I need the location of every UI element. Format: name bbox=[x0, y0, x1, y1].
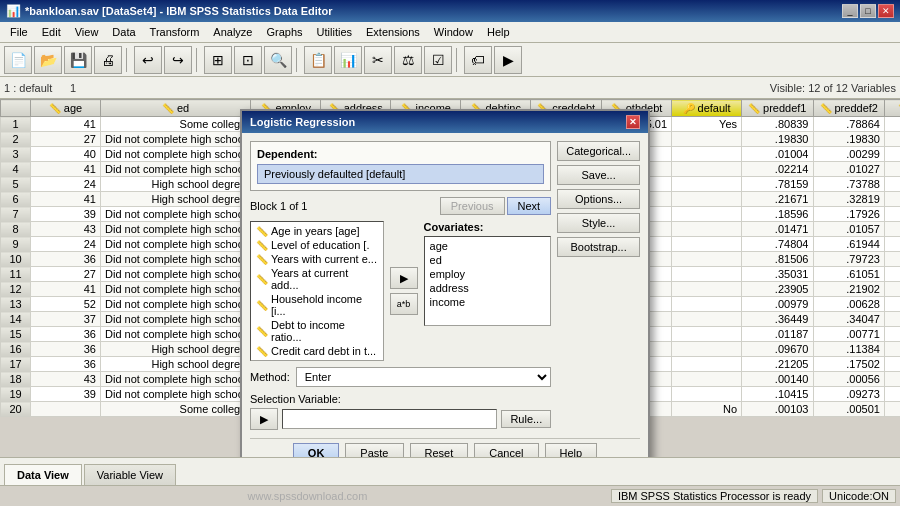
cell-age[interactable]: 36 bbox=[31, 327, 101, 342]
cell-preddef2[interactable]: .79723 bbox=[813, 252, 884, 267]
goto-case-button[interactable]: ⊞ bbox=[204, 46, 232, 74]
cell-default[interactable] bbox=[672, 372, 742, 387]
menu-utilities[interactable]: Utilities bbox=[311, 24, 358, 40]
col-header-default[interactable]: 🔑 default bbox=[672, 100, 742, 117]
cell-predc[interactable] bbox=[884, 147, 900, 162]
cell-predc[interactable] bbox=[884, 252, 900, 267]
cell-ed[interactable]: Did not complete high school bbox=[101, 267, 251, 282]
cell-preddef1[interactable]: .18596 bbox=[742, 207, 813, 222]
covariate-list-item[interactable]: employ bbox=[427, 267, 549, 281]
cell-predc[interactable] bbox=[884, 387, 900, 402]
split-file-button[interactable]: ✂ bbox=[364, 46, 392, 74]
cell-ed[interactable]: Did not complete high school bbox=[101, 222, 251, 237]
cell-predc[interactable] bbox=[884, 267, 900, 282]
cell-predc[interactable] bbox=[884, 297, 900, 312]
cell-age[interactable] bbox=[31, 402, 101, 417]
cell-preddef1[interactable]: .02214 bbox=[742, 162, 813, 177]
tab-variable-view[interactable]: Variable View bbox=[84, 464, 176, 485]
col-header-ed[interactable]: 📏 ed bbox=[101, 100, 251, 117]
row-number-cell[interactable]: 6 bbox=[1, 192, 31, 207]
cell-preddef2[interactable]: .09273 bbox=[813, 387, 884, 402]
cell-preddef2[interactable]: .17502 bbox=[813, 357, 884, 372]
col-header-predc[interactable]: 📏 predc bbox=[884, 100, 900, 117]
goto-variable-button[interactable]: ⊡ bbox=[234, 46, 262, 74]
cell-predc[interactable] bbox=[884, 207, 900, 222]
cell-default[interactable] bbox=[672, 387, 742, 402]
variable-list-item[interactable]: 📏Debt to income ratio... bbox=[253, 318, 381, 344]
row-number-cell[interactable]: 5 bbox=[1, 177, 31, 192]
cancel-button[interactable]: Cancel bbox=[474, 443, 538, 457]
cell-default[interactable] bbox=[672, 282, 742, 297]
cell-preddef1[interactable]: .23905 bbox=[742, 282, 813, 297]
menu-edit[interactable]: Edit bbox=[36, 24, 67, 40]
cell-age[interactable]: 24 bbox=[31, 237, 101, 252]
cell-preddef2[interactable]: .32819 bbox=[813, 192, 884, 207]
menu-graphs[interactable]: Graphs bbox=[260, 24, 308, 40]
cell-preddef2[interactable]: .78864 bbox=[813, 117, 884, 132]
row-number-cell[interactable]: 12 bbox=[1, 282, 31, 297]
minimize-button[interactable]: _ bbox=[842, 4, 858, 18]
cell-age[interactable]: 41 bbox=[31, 282, 101, 297]
redo-button[interactable]: ↪ bbox=[164, 46, 192, 74]
col-header-preddef2[interactable]: 📏 preddef2 bbox=[813, 100, 884, 117]
cell-ed[interactable]: Did not complete high school bbox=[101, 327, 251, 342]
cell-default[interactable] bbox=[672, 177, 742, 192]
cell-preddef1[interactable]: .81506 bbox=[742, 252, 813, 267]
cell-preddef1[interactable]: .78159 bbox=[742, 177, 813, 192]
row-number-cell[interactable]: 19 bbox=[1, 387, 31, 402]
col-header-preddef1[interactable]: 📏 preddef1 bbox=[742, 100, 813, 117]
cell-predc[interactable] bbox=[884, 402, 900, 417]
cell-predc[interactable] bbox=[884, 132, 900, 147]
bootstrap-button[interactable]: Bootstrap... bbox=[557, 237, 640, 257]
cell-preddef2[interactable]: .11384 bbox=[813, 342, 884, 357]
row-number-cell[interactable]: 3 bbox=[1, 147, 31, 162]
cell-ed[interactable]: Did not complete high school bbox=[101, 282, 251, 297]
cell-ed[interactable]: Did not complete high school bbox=[101, 252, 251, 267]
covariate-list-item[interactable]: ed bbox=[427, 253, 549, 267]
cell-age[interactable]: 36 bbox=[31, 357, 101, 372]
cell-default[interactable]: Yes bbox=[672, 117, 742, 132]
cell-predc[interactable] bbox=[884, 177, 900, 192]
cell-preddef2[interactable]: .17926 bbox=[813, 207, 884, 222]
next-button[interactable]: Next bbox=[507, 197, 552, 215]
cell-preddef2[interactable]: .01057 bbox=[813, 222, 884, 237]
cell-default[interactable] bbox=[672, 357, 742, 372]
cell-age[interactable]: 24 bbox=[31, 177, 101, 192]
cell-default[interactable] bbox=[672, 327, 742, 342]
cell-default[interactable] bbox=[672, 207, 742, 222]
row-number-cell[interactable]: 4 bbox=[1, 162, 31, 177]
variable-list-item[interactable]: 📏Credit card debt in t... bbox=[253, 344, 381, 358]
move-to-covariates-button[interactable]: ▶ bbox=[390, 267, 418, 289]
cell-preddef2[interactable]: .34047 bbox=[813, 312, 884, 327]
row-number-cell[interactable]: 17 bbox=[1, 357, 31, 372]
cell-ed[interactable]: Did not complete high school bbox=[101, 297, 251, 312]
row-number-cell[interactable]: 9 bbox=[1, 237, 31, 252]
menu-extensions[interactable]: Extensions bbox=[360, 24, 426, 40]
row-number-cell[interactable]: 16 bbox=[1, 342, 31, 357]
cell-default[interactable] bbox=[672, 342, 742, 357]
cell-preddef1[interactable]: .21205 bbox=[742, 357, 813, 372]
maximize-button[interactable]: □ bbox=[860, 4, 876, 18]
cell-preddef1[interactable]: .19830 bbox=[742, 132, 813, 147]
cell-preddef2[interactable]: .00628 bbox=[813, 297, 884, 312]
cell-predc[interactable] bbox=[884, 162, 900, 177]
cell-age[interactable]: 36 bbox=[31, 342, 101, 357]
row-number-cell[interactable]: 8 bbox=[1, 222, 31, 237]
cell-preddef2[interactable]: .01027 bbox=[813, 162, 884, 177]
cell-ed[interactable]: Some college bbox=[101, 402, 251, 417]
cell-preddef1[interactable]: .10415 bbox=[742, 387, 813, 402]
row-number-cell[interactable]: 14 bbox=[1, 312, 31, 327]
cell-ed[interactable]: High school degree bbox=[101, 342, 251, 357]
cell-default[interactable] bbox=[672, 162, 742, 177]
menu-window[interactable]: Window bbox=[428, 24, 479, 40]
menu-data[interactable]: Data bbox=[106, 24, 141, 40]
previous-button[interactable]: Previous bbox=[440, 197, 505, 215]
menu-transform[interactable]: Transform bbox=[144, 24, 206, 40]
cell-age[interactable]: 52 bbox=[31, 297, 101, 312]
cell-preddef2[interactable]: .00501 bbox=[813, 402, 884, 417]
cell-preddef1[interactable]: .01187 bbox=[742, 327, 813, 342]
cell-age[interactable]: 40 bbox=[31, 147, 101, 162]
print-button[interactable]: 🖨 bbox=[94, 46, 122, 74]
move-to-selection-button[interactable]: ▶ bbox=[250, 408, 278, 430]
cell-ed[interactable]: Some college bbox=[101, 117, 251, 132]
